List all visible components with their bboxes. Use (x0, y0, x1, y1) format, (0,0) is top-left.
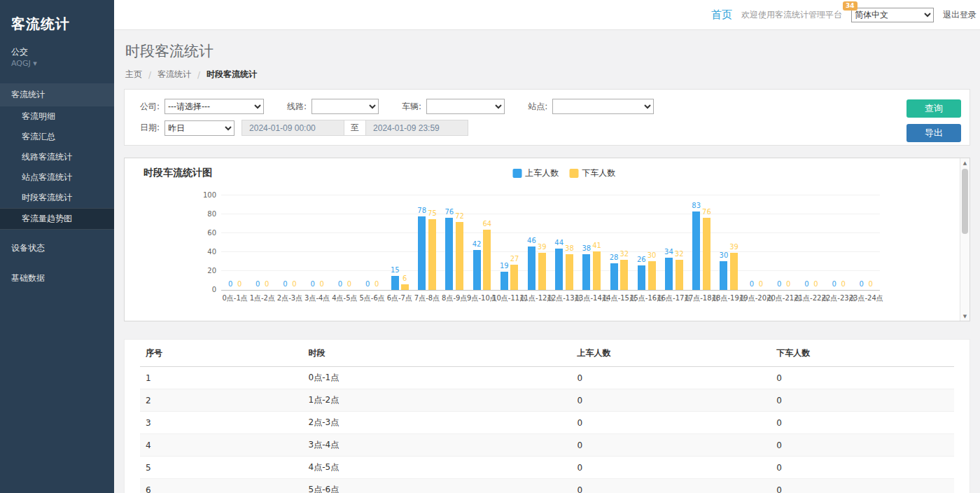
bar (692, 211, 700, 290)
chart-title: 时段车流统计图 (144, 167, 212, 179)
scroll-down-arrow[interactable]: ▼ (960, 312, 969, 321)
bar (730, 253, 738, 290)
scroll-up-arrow[interactable]: ▲ (960, 158, 969, 167)
chart-legend: 上车人数下车人数 (512, 167, 615, 179)
chart-panel: 时段车流统计图 上车人数下车人数 00000000000015678757672… (124, 158, 970, 321)
line-label: 线路: (287, 101, 307, 113)
bar-group: 2832 (606, 251, 633, 290)
bar (473, 250, 481, 290)
bar-group: 4264 (468, 221, 496, 290)
legend-label: 上车人数 (525, 167, 559, 179)
bar-value-label: 28 (610, 254, 619, 261)
y-axis-label: 100 (203, 192, 216, 199)
bar-value-label: 0 (283, 281, 287, 288)
bar-value-label: 26 (637, 256, 646, 263)
chart-xlabels: 0点-1点1点-2点2点-3点3点-4点4点-5点5点-6点6点-7点7点-8点… (221, 293, 880, 303)
table-cell: 3点-4点 (303, 434, 572, 457)
sidebar-item-flow-trend-chart[interactable]: 客流量趋势图 (0, 208, 114, 230)
table-cell: 2 (140, 389, 303, 412)
start-date-input[interactable] (241, 120, 344, 136)
table-cell: 0 (571, 479, 771, 493)
query-button[interactable]: 查询 (906, 99, 961, 118)
sidebar-item-station-flow-stats[interactable]: 站点客流统计 (0, 167, 114, 188)
legend-item[interactable]: 上车人数 (512, 167, 559, 179)
bar (500, 272, 508, 290)
bar-value-label: 64 (482, 221, 491, 228)
x-axis-label: 1点-2点 (250, 293, 275, 303)
filter-buttons: 查询 导出 (906, 99, 961, 142)
x-axis-label: 23点-24点 (849, 293, 883, 303)
breadcrumb-separator: / (148, 70, 151, 80)
bar-group: 00 (331, 281, 358, 290)
bar-value-label: 0 (832, 281, 836, 288)
chart-body: 0000000000001567875767242641927463944383… (221, 196, 880, 303)
y-axis-label: 80 (207, 211, 216, 218)
x-axis-label: 0点-1点 (222, 293, 247, 303)
vehicle-select[interactable] (426, 99, 505, 114)
home-link[interactable]: 首页 (711, 8, 732, 22)
table-cell: 5点-6点 (303, 479, 572, 493)
sidebar-item-flow-summary[interactable]: 客流汇总 (0, 127, 114, 147)
bar-value-label: 39 (729, 244, 738, 251)
table-cell: 0 (771, 457, 954, 479)
bar (555, 249, 563, 290)
bar-value-label: 0 (804, 281, 808, 288)
export-button[interactable]: 导出 (906, 124, 961, 142)
table-row: 54点-5点00 (140, 457, 954, 479)
x-axis-label: 3点-4点 (304, 293, 330, 303)
bar-value-label: 0 (869, 281, 873, 288)
table-cell: 4点-5点 (303, 457, 572, 479)
col-header-alighting: 下车人数 (771, 340, 954, 367)
caret-down-icon: ▾ (33, 59, 37, 68)
bar-value-label: 0 (255, 281, 260, 288)
end-date-input[interactable] (365, 120, 468, 136)
table-row: 43点-4点00 (140, 434, 954, 457)
x-axis-label: 4点-5点 (332, 293, 357, 303)
line-select[interactable] (312, 99, 379, 114)
app-root: 客流统计 公交 AQGJ ▾ 客流统计客流明细客流汇总线路客流统计站点客流统计时… (0, 0, 980, 493)
scroll-thumb[interactable] (962, 169, 968, 234)
language-select[interactable]: 简体中文 (851, 8, 934, 22)
bar-group: 00 (304, 281, 331, 290)
bar-value-label: 27 (510, 256, 519, 263)
table-cell: 1点-2点 (303, 389, 572, 412)
sidebar: 客流统计 公交 AQGJ ▾ 客流统计客流明细客流汇总线路客流统计站点客流统计时… (0, 0, 114, 493)
data-table-panel: 序号 时段 上车人数 下车人数 10点-1点0021点-2点0032点-3点00… (124, 339, 970, 493)
org-switcher[interactable]: AQGJ ▾ (0, 59, 114, 78)
table-cell: 5 (140, 457, 303, 479)
sidebar-item-flow-detail[interactable]: 客流明细 (0, 106, 114, 127)
logout-link[interactable]: 退出登录 (943, 9, 976, 21)
bar-group: 2630 (633, 252, 660, 290)
sidebar-item-period-flow-stats[interactable]: 时段客流统计 (0, 188, 114, 208)
table-row: 65点-6点00 (140, 479, 954, 493)
legend-item[interactable]: 下车人数 (569, 167, 615, 179)
station-select[interactable] (552, 99, 654, 114)
bar-value-label: 6 (402, 275, 407, 282)
bar (445, 218, 453, 290)
sidebar-item-device-status[interactable]: 设备状态 (0, 237, 114, 260)
x-axis-label: 2点-3点 (277, 293, 302, 303)
chart-scrollbar[interactable]: ▲ ▼ (960, 158, 969, 321)
bar-value-label: 46 (527, 237, 536, 244)
table-cell: 0 (771, 367, 954, 389)
bar-group: 4639 (523, 237, 550, 290)
bar-value-label: 0 (365, 281, 370, 288)
x-axis-label: 7点-8点 (414, 293, 440, 303)
sidebar-item-route-flow-stats[interactable]: 线路客流统计 (0, 147, 114, 167)
bar-value-label: 78 (417, 207, 426, 214)
table-cell: 6 (140, 479, 303, 493)
table-cell: 3 (140, 412, 303, 434)
sidebar-item-passenger-flow-stats[interactable]: 客流统计 (0, 83, 114, 106)
bar-value-label: 44 (554, 239, 564, 246)
sidebar-item-base-data[interactable]: 基础数据 (0, 267, 114, 290)
legend-label: 下车人数 (582, 167, 615, 179)
date-preset-select[interactable]: 昨日 (164, 120, 234, 136)
bar-group: 00 (248, 281, 276, 290)
bar-value-label: 83 (692, 202, 701, 209)
company-select[interactable]: ---请选择--- (164, 99, 264, 114)
bar-group: 00 (743, 281, 770, 290)
breadcrumb-link[interactable]: 客流统计 (158, 69, 191, 81)
org-switcher-label: AQGJ (11, 59, 31, 68)
breadcrumb-link[interactable]: 主页 (125, 69, 142, 81)
table-body: 10点-1点0021点-2点0032点-3点0043点-4点0054点-5点00… (140, 367, 954, 493)
